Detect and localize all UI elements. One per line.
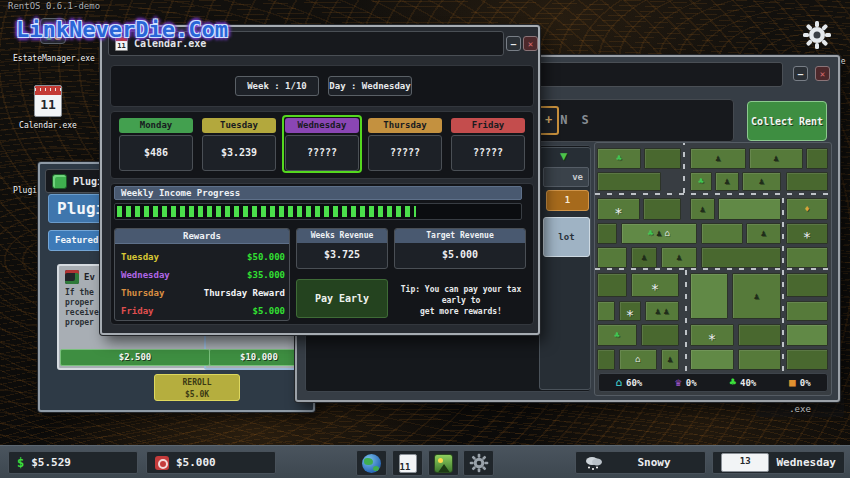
calendar-desktop-icon[interactable]: 11 <box>34 85 62 117</box>
map-lot[interactable]: ♣ <box>597 148 641 169</box>
map-lot[interactable] <box>643 198 681 220</box>
flake-icon: * <box>651 282 659 296</box>
close-button[interactable]: ✕ <box>815 66 830 81</box>
dollar-icon: $ <box>17 456 24 470</box>
map-road <box>685 270 687 371</box>
day-card-monday[interactable]: Monday$486 <box>116 115 196 173</box>
map-lot[interactable]: * <box>631 273 679 297</box>
day-card-thursday[interactable]: Thursday????? <box>365 115 445 173</box>
collect-rent-button[interactable]: Collect Rent <box>747 101 827 141</box>
map-lot[interactable]: ♟♟ <box>645 301 679 321</box>
globe-taskbar-button[interactable] <box>356 450 387 476</box>
shrub-icon: ♣ <box>614 331 619 340</box>
map-lot[interactable] <box>597 223 617 244</box>
map-lot[interactable]: ♟ <box>690 198 715 220</box>
scenery-taskbar-button[interactable] <box>428 450 459 476</box>
day-card-wednesday[interactable]: Wednesday????? <box>282 115 362 173</box>
map-lot[interactable] <box>701 247 781 268</box>
map-lot[interactable]: ♣ <box>690 172 712 191</box>
map-lot[interactable] <box>690 349 734 370</box>
pay-early-button[interactable]: Pay Early <box>296 279 388 318</box>
map-lot[interactable] <box>690 273 728 319</box>
map-lot[interactable]: ⌂ <box>619 349 657 370</box>
weather-indicator[interactable]: Snowy <box>575 451 706 474</box>
map-lot[interactable] <box>641 324 679 346</box>
map-lot[interactable]: ♟ <box>690 148 746 169</box>
settings-taskbar-button[interactable] <box>463 450 494 476</box>
city-map-panel: ♣♟♟♣♟♟*♟♦♣♟⌂♟*♟♟*♟*♟♟♣*⌂♟ ⌂60%♛0%♣40%■0% <box>594 142 832 396</box>
weekday-value: Wednesday <box>776 456 836 469</box>
person-icon: ♟ <box>641 253 646 262</box>
day-name: Monday <box>119 118 193 133</box>
reroll-button[interactable]: REROLL $5.0K <box>154 374 240 401</box>
map-lot[interactable]: ♟ <box>732 273 781 319</box>
sidebar-count-button[interactable]: 1 <box>546 190 589 211</box>
weeks-revenue-box: Weeks Revenue $3.725 <box>296 228 388 269</box>
map-lot[interactable] <box>786 324 828 346</box>
buy-plugin-button[interactable]: $2.500 <box>60 349 210 366</box>
map-lot[interactable]: * <box>619 301 641 321</box>
map-lot[interactable] <box>806 148 828 169</box>
map-lot[interactable]: * <box>786 223 828 244</box>
map-lot[interactable] <box>786 247 828 268</box>
minimize-button[interactable]: – <box>793 66 808 81</box>
day-card-friday[interactable]: Friday????? <box>448 115 528 173</box>
map-lot[interactable] <box>786 349 828 370</box>
estate-manager-label[interactable]: EstateManager.exe <box>2 54 106 63</box>
map-lot[interactable]: ♣♟⌂ <box>621 223 697 244</box>
map-lot[interactable] <box>786 273 828 297</box>
map-lot[interactable]: * <box>690 324 734 346</box>
sidebar-label: ve <box>543 167 589 187</box>
week-indicator[interactable]: Week : 1/10 <box>235 76 319 96</box>
plugin-desktop-label[interactable]: Plugi <box>8 186 42 195</box>
weekly-income-progress-label: Weekly Income Progress <box>114 186 522 200</box>
map-lot[interactable]: ♟ <box>631 247 657 268</box>
map-lot[interactable]: ♟ <box>746 223 781 244</box>
person-icon: ♟ <box>667 355 672 364</box>
calendar-icon: 11 <box>399 454 417 473</box>
map-lot[interactable] <box>786 172 828 191</box>
day-card-tuesday[interactable]: Tuesday$3.239 <box>199 115 279 173</box>
map-lot[interactable]: ♟ <box>749 148 803 169</box>
map-lot[interactable] <box>738 324 781 346</box>
person-icon: ♟ <box>724 177 729 186</box>
calendar-taskbar-button[interactable]: 11 <box>392 450 423 476</box>
map-road <box>683 143 685 193</box>
map-lot[interactable]: ♟ <box>661 349 679 370</box>
map-lot[interactable]: ♦ <box>786 198 828 220</box>
map-lot[interactable]: ♟ <box>742 172 781 191</box>
map-lot[interactable] <box>718 198 781 220</box>
chevron-down-icon[interactable]: ▼ <box>560 149 567 163</box>
map-lot[interactable]: ♣ <box>597 324 637 346</box>
map-lot[interactable] <box>701 223 743 244</box>
target-revenue-box: Target Revenue $5.000 <box>394 228 526 269</box>
globe-icon <box>362 454 381 473</box>
calendar-desktop-label[interactable]: Calendar.exe <box>2 121 94 130</box>
tax-target-indicator[interactable]: $5.000 <box>146 451 276 474</box>
map-lot[interactable]: ♟ <box>715 172 739 191</box>
map-lot[interactable]: ♟ <box>661 247 697 268</box>
progress-fill <box>117 206 416 217</box>
weekday-calendar-icon: 13 <box>721 453 769 472</box>
calendar-header-panel <box>110 65 534 107</box>
day-indicator[interactable]: Day : Wednesday <box>328 76 412 96</box>
buy-plugin-button[interactable]: $10.000 <box>209 349 309 366</box>
money-indicator[interactable]: $ $5.529 <box>8 451 138 474</box>
map-lot[interactable] <box>597 301 615 321</box>
map-lot[interactable] <box>597 247 627 268</box>
add-plugin-button[interactable]: + <box>538 106 559 135</box>
close-button[interactable]: ✕ <box>523 36 538 51</box>
map-lot[interactable] <box>597 172 661 191</box>
sidebar-lot-button[interactable]: lot <box>543 217 590 257</box>
minimize-button[interactable]: – <box>506 36 521 51</box>
map-lot[interactable]: * <box>597 198 640 220</box>
map-lot[interactable] <box>786 301 828 321</box>
weekday-indicator[interactable]: 13 Wednesday <box>712 451 845 474</box>
map-lot[interactable] <box>738 349 781 370</box>
settings-gear-icon[interactable] <box>802 20 832 50</box>
map-lot[interactable] <box>597 349 615 370</box>
person-icon: ♟ <box>715 154 720 163</box>
map-lot[interactable] <box>644 148 681 169</box>
flake-icon: * <box>803 230 811 244</box>
map-lot[interactable] <box>597 273 627 297</box>
